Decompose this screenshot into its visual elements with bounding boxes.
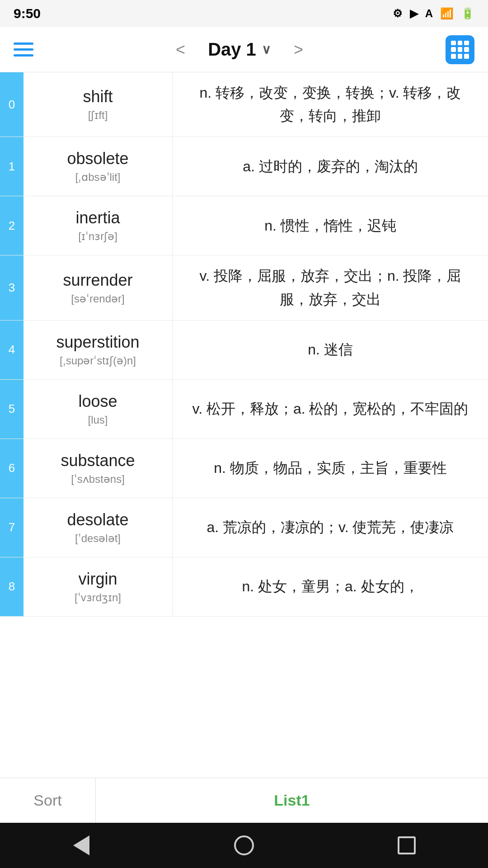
word-definition: v. 松开，释放；a. 松的，宽松的，不牢固的 bbox=[173, 380, 488, 439]
tab-list1[interactable]: List1 bbox=[96, 778, 488, 823]
signal-icon: 📶 bbox=[440, 7, 454, 20]
status-time: 9:50 bbox=[14, 6, 41, 21]
word-definition: n. 惯性，惰性，迟钝 bbox=[173, 196, 488, 255]
word-phonetic: [ˌsupərˈstɪʃ(ə)n] bbox=[60, 354, 136, 367]
word-index: 2 bbox=[0, 196, 23, 255]
word-english: virgin bbox=[78, 570, 117, 589]
word-english: obsolete bbox=[67, 149, 128, 168]
top-nav: < Day 1 ∨ > bbox=[0, 27, 488, 72]
word-phonetic: [ˈdesələt] bbox=[75, 532, 121, 545]
back-icon bbox=[73, 835, 89, 855]
word-phonetic: [ˌɑbsəˈlit] bbox=[75, 171, 120, 184]
word-index: 8 bbox=[0, 557, 23, 616]
word-definition: a. 过时的，废弃的，淘汰的 bbox=[173, 137, 488, 196]
bottom-tab-bar: Sort List1 bbox=[0, 778, 488, 823]
word-definition: n. 迷信 bbox=[173, 321, 488, 379]
word-english: inertia bbox=[75, 208, 120, 227]
word-index: 7 bbox=[0, 498, 23, 557]
table-row[interactable]: 8 virgin [ˈvɜrdʒɪn] n. 处女，童男；a. 处女的， bbox=[0, 557, 488, 617]
word-index: 3 bbox=[0, 255, 23, 320]
home-button[interactable] bbox=[228, 830, 260, 861]
table-row[interactable]: 0 shift [ʃɪft] n. 转移，改变，变换，转换；v. 转移，改变，转… bbox=[0, 72, 488, 137]
word-english-col: desolate [ˈdesələt] bbox=[23, 498, 173, 557]
grid-icon bbox=[451, 41, 469, 59]
table-row[interactable]: 4 superstition [ˌsupərˈstɪʃ(ə)n] n. 迷信 bbox=[0, 321, 488, 380]
table-row[interactable]: 1 obsolete [ˌɑbsəˈlit] a. 过时的，废弃的，淘汰的 bbox=[0, 137, 488, 196]
status-bar: 9:50 ⚙ ▶ A 📶 🔋 bbox=[0, 0, 488, 27]
word-english: superstition bbox=[56, 333, 139, 352]
word-english: loose bbox=[78, 392, 117, 411]
word-phonetic: [ʃɪft] bbox=[88, 109, 108, 122]
word-index: 0 bbox=[0, 72, 23, 137]
word-phonetic: [ˈvɜrdʒɪn] bbox=[75, 591, 121, 604]
word-english-col: substance [ˈsʌbstəns] bbox=[23, 439, 173, 498]
chevron-down-icon: ∨ bbox=[262, 42, 271, 57]
word-english-col: inertia [ɪˈnɜrʃə] bbox=[23, 196, 173, 255]
next-day-button[interactable]: > bbox=[289, 40, 308, 59]
word-phonetic: [səˈrendər] bbox=[71, 292, 124, 305]
font-icon: A bbox=[425, 7, 433, 20]
word-english-col: obsolete [ˌɑbsəˈlit] bbox=[23, 137, 173, 196]
table-row[interactable]: 2 inertia [ɪˈnɜrʃə] n. 惯性，惰性，迟钝 bbox=[0, 196, 488, 255]
word-definition: n. 物质，物品，实质，主旨，重要性 bbox=[173, 439, 488, 498]
word-definition: v. 投降，屈服，放弃，交出；n. 投降，屈服，放弃，交出 bbox=[173, 255, 488, 320]
word-phonetic: [lus] bbox=[88, 414, 108, 426]
word-english-col: surrender [səˈrendər] bbox=[23, 255, 173, 320]
word-english-col: shift [ʃɪft] bbox=[23, 72, 173, 137]
word-phonetic: [ɪˈnɜrʃə] bbox=[78, 230, 117, 243]
recents-icon bbox=[398, 836, 416, 854]
android-nav-bar bbox=[0, 823, 488, 868]
word-english: surrender bbox=[63, 271, 132, 290]
prev-day-button[interactable]: < bbox=[171, 40, 190, 59]
grid-view-button[interactable] bbox=[446, 35, 474, 64]
table-row[interactable]: 7 desolate [ˈdesələt] a. 荒凉的，凄凉的；v. 使荒芜，… bbox=[0, 498, 488, 557]
back-button[interactable] bbox=[66, 830, 97, 861]
word-definition: n. 处女，童男；a. 处女的， bbox=[173, 557, 488, 616]
word-index: 6 bbox=[0, 439, 23, 498]
day-title-text: Day 1 bbox=[208, 39, 256, 60]
word-english-col: virgin [ˈvɜrdʒɪn] bbox=[23, 557, 173, 616]
word-phonetic: [ˈsʌbstəns] bbox=[71, 473, 125, 486]
table-row[interactable]: 5 loose [lus] v. 松开，释放；a. 松的，宽松的，不牢固的 bbox=[0, 380, 488, 439]
word-index: 1 bbox=[0, 137, 23, 196]
table-row[interactable]: 3 surrender [səˈrendər] v. 投降，屈服，放弃，交出；n… bbox=[0, 255, 488, 320]
word-definition: a. 荒凉的，凄凉的；v. 使荒芜，使凄凉 bbox=[173, 498, 488, 557]
word-list: 0 shift [ʃɪft] n. 转移，改变，变换，转换；v. 转移，改变，转… bbox=[0, 72, 488, 778]
word-definition: n. 转移，改变，变换，转换；v. 转移，改变，转向，推卸 bbox=[173, 72, 488, 137]
table-row[interactable]: 6 substance [ˈsʌbstəns] n. 物质，物品，实质，主旨，重… bbox=[0, 439, 488, 498]
word-english: desolate bbox=[67, 510, 128, 529]
word-english: shift bbox=[83, 87, 113, 106]
battery-icon: 🔋 bbox=[461, 7, 474, 20]
settings-icon: ⚙ bbox=[393, 7, 403, 20]
status-icons: ⚙ ▶ A 📶 🔋 bbox=[393, 7, 474, 20]
menu-button[interactable] bbox=[14, 42, 33, 57]
word-english: substance bbox=[61, 451, 135, 470]
word-english-col: loose [lus] bbox=[23, 380, 173, 439]
word-english-col: superstition [ˌsupərˈstɪʃ(ə)n] bbox=[23, 321, 173, 379]
word-index: 5 bbox=[0, 380, 23, 439]
play-icon: ▶ bbox=[410, 7, 418, 20]
word-index: 4 bbox=[0, 321, 23, 379]
home-icon bbox=[234, 835, 254, 855]
recents-button[interactable] bbox=[391, 830, 422, 861]
day-title[interactable]: Day 1 ∨ bbox=[208, 39, 271, 60]
tab-sort[interactable]: Sort bbox=[0, 778, 96, 823]
